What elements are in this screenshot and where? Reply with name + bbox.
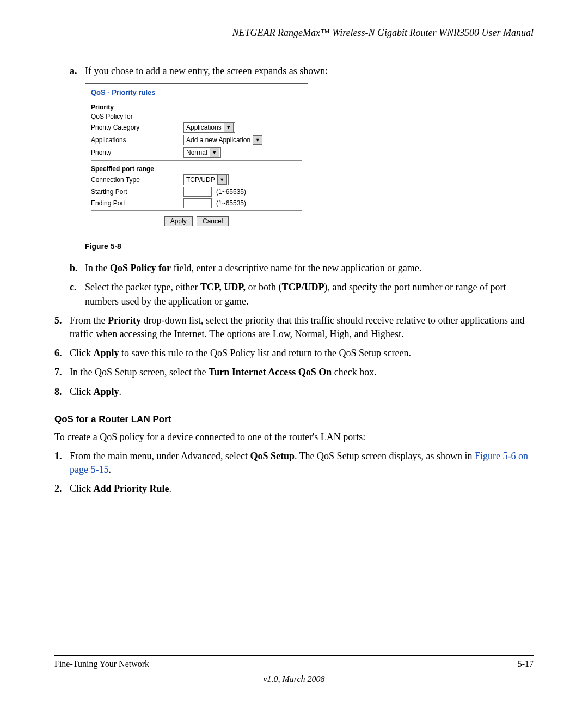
priority-select[interactable]: Normal ▼ bbox=[183, 147, 221, 158]
step-b-suffix: field, enter a descriptive name for the … bbox=[171, 263, 421, 273]
applications-label: Applications bbox=[91, 136, 183, 144]
section-heading-lan-port: QoS for a Router LAN Port bbox=[54, 414, 534, 425]
priority-category-label: Priority Category bbox=[91, 124, 183, 131]
priority-label: Priority bbox=[91, 149, 183, 156]
priority-row: Priority Normal ▼ bbox=[91, 147, 302, 158]
qos-policy-for-row: QoS Policy for bbox=[91, 113, 302, 120]
section-intro: To create a QoS policy for a device conn… bbox=[54, 430, 534, 444]
chevron-down-icon: ▼ bbox=[253, 135, 262, 145]
s2-step-1-t2: . The QoS Setup screen displays, as show… bbox=[295, 451, 475, 461]
ending-port-hint: (1~65535) bbox=[216, 199, 246, 207]
step-6-marker: 6. bbox=[54, 346, 70, 360]
step-6-t2: to save this rule to the QoS Policy list… bbox=[119, 348, 411, 358]
step-c-t2: or both ( bbox=[246, 282, 282, 293]
s2-step-1: 1. From the main menu, under Advanced, s… bbox=[54, 449, 534, 477]
step-6-t1: Click bbox=[70, 348, 94, 358]
step-c-t1: Select the packet type, either bbox=[85, 282, 200, 293]
panel-buttons: Apply Cancel bbox=[91, 216, 302, 226]
priority-category-row: Priority Category Applications ▼ bbox=[91, 122, 302, 133]
cancel-button[interactable]: Cancel bbox=[197, 216, 229, 226]
step-8-marker: 8. bbox=[54, 385, 70, 399]
s2-step-2-marker: 2. bbox=[54, 482, 70, 496]
starting-port-label: Starting Port bbox=[91, 188, 183, 196]
divider bbox=[91, 210, 302, 211]
priority-category-select[interactable]: Applications ▼ bbox=[183, 122, 235, 133]
step-c-b2: TCP/UDP bbox=[282, 282, 324, 293]
s2-step-1-t1: From the main menu, under Advanced, sele… bbox=[70, 451, 250, 461]
s2-step-1-t3: . bbox=[108, 464, 111, 475]
starting-port-hint: (1~65535) bbox=[216, 188, 246, 196]
step-5-marker: 5. bbox=[54, 314, 70, 341]
step-7: 7. In the QoS Setup screen, select the T… bbox=[54, 366, 534, 379]
step-5: 5. From the Priority drop-down list, sel… bbox=[54, 314, 534, 341]
step-b: b. In the QoS Policy for field, enter a … bbox=[70, 261, 534, 275]
panel-title: QoS - Priority rules bbox=[91, 88, 302, 96]
priority-category-value: Applications bbox=[186, 124, 222, 131]
step-b-prefix: In the bbox=[85, 263, 110, 273]
divider bbox=[91, 99, 302, 99]
s2-step-2: 2. Click Add Priority Rule. bbox=[54, 482, 534, 496]
step-c: c. Select the packet type, either TCP, U… bbox=[70, 281, 534, 308]
step-6: 6. Click Apply to save this rule to the … bbox=[54, 346, 534, 360]
step-6-b1: Apply bbox=[94, 348, 119, 358]
priority-section-label: Priority bbox=[91, 104, 302, 111]
step-5-t1: From the bbox=[70, 315, 108, 326]
port-range-section-label: Specified port range bbox=[91, 165, 302, 173]
step-a: a. If you chose to add a new entry, the … bbox=[70, 64, 534, 78]
starting-port-row: Starting Port (1~65535) bbox=[91, 187, 302, 197]
ending-port-row: Ending Port (1~65535) bbox=[91, 198, 302, 208]
step-7-b1: Turn Internet Access QoS On bbox=[209, 367, 332, 378]
chevron-down-icon: ▼ bbox=[210, 148, 219, 157]
qos-priority-rules-panel: QoS - Priority rules Priority QoS Policy… bbox=[85, 83, 308, 232]
s2-step-1-marker: 1. bbox=[54, 449, 70, 477]
connection-type-row: Connection Type TCP/UDP ▼ bbox=[91, 174, 302, 185]
footer-version: v1.0, March 2008 bbox=[54, 674, 534, 684]
applications-row: Applications Add a new Application ▼ bbox=[91, 135, 302, 145]
step-7-marker: 7. bbox=[54, 366, 70, 379]
step-b-marker: b. bbox=[70, 261, 85, 275]
step-a-marker: a. bbox=[70, 64, 85, 78]
step-7-t1: In the QoS Setup screen, select the bbox=[70, 367, 209, 378]
priority-value: Normal bbox=[186, 149, 207, 156]
s2-step-1-b1: QoS Setup bbox=[250, 451, 295, 461]
step-7-t2: check box. bbox=[332, 367, 376, 378]
apply-button[interactable]: Apply bbox=[164, 216, 193, 226]
step-b-bold: QoS Policy for bbox=[110, 263, 171, 273]
figure-5-8: QoS - Priority rules Priority QoS Policy… bbox=[85, 83, 534, 232]
starting-port-input[interactable] bbox=[183, 187, 212, 197]
step-8-t1: Click bbox=[70, 386, 94, 397]
page-footer: Fine-Tuning Your Network 5-17 v1.0, Marc… bbox=[54, 655, 534, 684]
connection-type-select[interactable]: TCP/UDP ▼ bbox=[183, 174, 229, 185]
page-header: NETGEAR RangeMax™ Wireless-N Gigabit Rou… bbox=[54, 27, 534, 42]
s2-step-2-t1: Click bbox=[70, 483, 94, 494]
qos-policy-for-label: QoS Policy for bbox=[91, 113, 183, 120]
ending-port-input[interactable] bbox=[183, 198, 212, 208]
step-5-b1: Priority bbox=[108, 315, 141, 326]
applications-value: Add a new Application bbox=[186, 136, 250, 144]
applications-select[interactable]: Add a new Application ▼ bbox=[183, 135, 264, 145]
chevron-down-icon: ▼ bbox=[217, 175, 227, 185]
connection-type-value: TCP/UDP bbox=[186, 176, 215, 184]
step-8-b1: Apply bbox=[94, 386, 119, 397]
step-c-marker: c. bbox=[70, 281, 85, 308]
divider bbox=[91, 160, 302, 161]
footer-left: Fine-Tuning Your Network bbox=[54, 659, 149, 669]
step-c-b1: TCP, UDP, bbox=[200, 282, 246, 293]
footer-page-number: 5-17 bbox=[518, 659, 534, 669]
s2-step-2-b1: Add Priority Rule bbox=[94, 483, 169, 494]
connection-type-label: Connection Type bbox=[91, 176, 183, 184]
figure-caption: Figure 5-8 bbox=[85, 242, 534, 251]
chevron-down-icon: ▼ bbox=[224, 123, 234, 132]
step-8: 8. Click Apply. bbox=[54, 385, 534, 399]
ending-port-label: Ending Port bbox=[91, 199, 183, 207]
s2-step-2-t2: . bbox=[169, 483, 172, 494]
step-8-t2: . bbox=[119, 386, 122, 397]
step-a-text: If you chose to add a new entry, the scr… bbox=[85, 64, 534, 78]
